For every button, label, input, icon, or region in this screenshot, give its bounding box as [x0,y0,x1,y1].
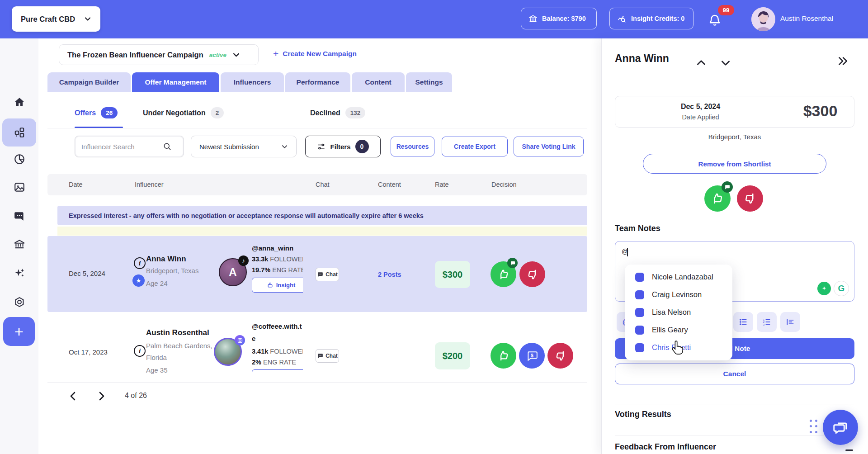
mention-option[interactable]: Chris Ruetti [625,339,732,356]
user-name: Austin Rosenthal [780,14,833,23]
share-voting-link-button[interactable]: Share Voting Link [514,137,584,156]
cancel-button[interactable]: Cancel [615,364,854,384]
sidebar: + [0,38,38,454]
filters-icon [317,142,326,151]
team-notes-title: Team Notes [615,224,660,233]
chat-button[interactable]: Chat [316,268,339,281]
row-highlight-strip [57,227,587,236]
mention-name: Craig Levinson [652,290,702,299]
campaign-title: The Frozen Bean Influencer Campaign [67,51,203,59]
create-export-button[interactable]: Create Export [442,137,508,156]
notification-badge: 99 [718,5,734,15]
grammarly-icon[interactable]: G [834,281,849,296]
tab-performance[interactable]: Performance [285,72,350,92]
chat-fab[interactable] [823,410,858,445]
next-page-icon[interactable] [96,391,107,402]
suggestion-bulb-icon[interactable] [817,282,831,295]
chat-button[interactable]: Chat [316,349,339,363]
add-button[interactable]: + [3,317,35,346]
subtab-offers[interactable]: Offers 26 [75,107,118,118]
influencer-search[interactable] [75,136,184,157]
create-new-campaign-button[interactable]: + Create New Campaign [273,49,357,58]
insight-button[interactable]: Insight [252,278,303,293]
campaign-status: active [209,52,226,58]
chevron-down-icon [281,143,288,150]
search-icon [163,142,172,151]
tab-offer-management[interactable]: Offer Management [132,72,219,92]
writing-assistant-widget: G [816,279,850,298]
col-chat: Chat [316,181,330,188]
mention-option[interactable]: Lisa Nelson [625,303,732,321]
thumbs-up-icon [497,350,510,362]
mention-option[interactable]: Ellis Geary [625,321,732,339]
insight-credits-button[interactable]: Insight Credits: 0 [609,8,693,29]
mention-option[interactable]: Nicole Landazabal [625,268,732,286]
tab-campaign-builder[interactable]: Campaign Builder [47,72,131,92]
table-row[interactable]: Oct 17, 2023 i Austin Rosenthal Palm Bea… [47,317,587,383]
settings-icon[interactable] [14,296,25,308]
bell-icon[interactable] [708,13,722,27]
home-icon[interactable] [14,96,25,108]
content-posts-link[interactable]: 2 Posts [378,271,401,278]
subtab-declined[interactable]: Declined 132 [310,107,365,118]
eng-rate-label: ENG RATE [261,359,296,366]
ordered-list-icon[interactable]: 123 [757,312,777,332]
offer-management-page: Pure Craft CBD Balance: $790 Insight Cre… [0,0,868,454]
bank-icon[interactable] [14,238,25,250]
tiktok-icon: ♪ [238,255,249,266]
tab-content[interactable]: Content [352,72,405,92]
user-avatar[interactable] [751,7,775,31]
sort-value: Newest Submission [199,143,259,151]
subtab-under-negotiation[interactable]: Under Negotiation 2 [143,107,224,118]
social-stats: @anna_winn 33.3k FOLLOWERS 19.7% ENG RAT… [252,244,303,312]
media-image-icon[interactable] [14,181,25,193]
table-row[interactable]: Dec 5, 2024 i ★ Anna Winn Bridgeport, Te… [47,236,587,312]
followers-label: FOLLOWERS [268,255,303,263]
insight-credits-label: Insight Credits: 0 [631,15,684,22]
bank-icon [528,14,538,23]
bullet-list-icon[interactable] [733,312,753,332]
search-input[interactable] [81,143,163,151]
collapse-section-icon[interactable] [845,449,853,451]
thumbs-up-button[interactable] [491,343,516,369]
prev-influencer-icon[interactable] [695,57,707,69]
campaign-tabs: Campaign Builder Offer Management Influe… [47,72,452,92]
eng-rate: 19.7% [252,266,270,274]
drag-handle[interactable] [810,420,819,433]
messages-icon[interactable] [14,210,25,222]
subtab-negotiation-label: Under Negotiation [143,109,206,117]
prev-page-icon[interactable] [68,391,79,402]
indent-list-icon[interactable] [780,312,800,332]
panel-thumbs-down-button[interactable] [737,185,763,212]
negotiate-rate-button[interactable]: $ [519,343,545,369]
brand-selector[interactable]: Pure Craft CBD [12,6,100,32]
thumbs-down-button[interactable] [519,261,545,287]
chat-label: Chat [326,271,338,278]
balance-button[interactable]: Balance: $790 [521,8,597,29]
tab-settings[interactable]: Settings [406,72,452,92]
insight-button[interactable] [252,369,303,383]
filters-label: Filters [330,143,350,151]
influencer-name: Austin Rosenthal [146,328,209,337]
followers-label: FOLLOWERS [268,348,303,355]
chevron-down-icon [232,51,240,59]
info-icon[interactable]: i [134,257,146,269]
resources-button[interactable]: Resources [391,137,434,156]
next-influencer-icon[interactable] [720,57,731,69]
dashboard-grid-icon[interactable] [14,127,25,138]
pie-chart-icon[interactable] [14,153,25,165]
mention-option[interactable]: Craig Levinson [625,286,732,303]
remove-from-shortlist-button[interactable]: Remove from Shortlist [643,154,826,174]
eng-rate: 2% [252,359,261,366]
col-date: Date [69,181,83,188]
campaign-selector[interactable]: The Frozen Bean Influencer Campaign acti… [59,44,259,65]
sparkles-icon[interactable] [14,267,25,279]
filters-count-badge: 0 [355,140,369,153]
filters-button[interactable]: Filters 0 [305,136,381,157]
thumbs-down-icon [554,350,567,362]
info-icon[interactable]: i [134,345,146,357]
collapse-panel-icon[interactable] [836,55,849,67]
tab-influencers[interactable]: Influencers [221,72,284,92]
sort-dropdown[interactable]: Newest Submission [191,136,297,157]
thumbs-down-button[interactable] [547,343,573,369]
